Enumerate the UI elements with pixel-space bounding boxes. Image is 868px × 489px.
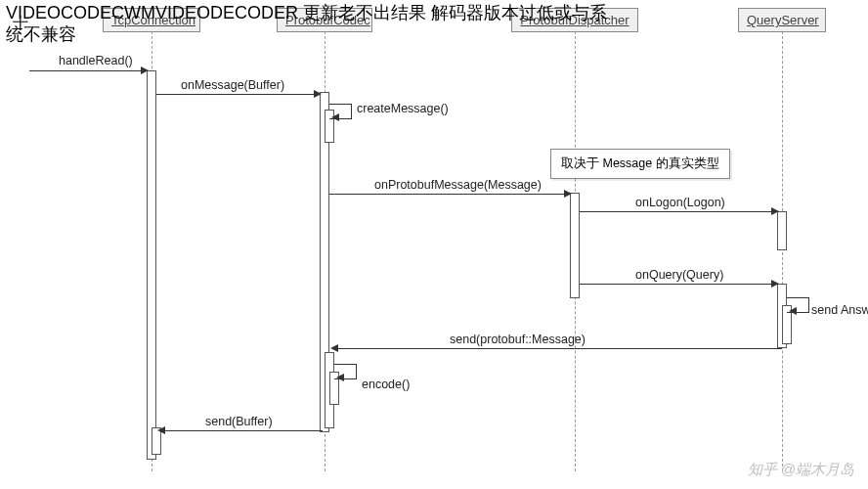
arrowhead-sendanswer [789,307,797,315]
decoder-error-line1: VIDEOCODECWMVIDEODECODER 更新老不出结果 解码器版本过低… [6,2,856,24]
arrow-onquery [580,284,775,285]
lifeline-queryserver [782,31,783,471]
msg-onquery: onQuery(Query) [635,268,723,282]
activation-queryserver-logon [777,211,787,250]
arrowhead-onmessage [314,90,322,98]
arrow-sendbuffer [161,430,323,431]
arrowhead-encode [336,374,344,381]
msg-onmessage: onMessage(Buffer) [181,78,284,92]
arrowhead-createmessage [331,113,339,121]
sequence-diagram: VIDEOCODECWMVIDEODECODER 更新老不出结果 解码器版本过低… [0,0,868,489]
arrowhead-handleread [141,67,149,74]
msg-createmessage: createMessage() [357,102,449,115]
msg-onprotobufmessage: onProtobufMessage(Message) [374,178,542,192]
msg-sendanswer: send Answer [811,303,868,317]
activation-tcpconnection [147,70,156,460]
watermark: 知乎 @端木月岛 [748,461,854,479]
msg-handleread: handleRead() [59,54,133,67]
activation-protobufdispatcher [570,193,580,298]
arrow-sendprotobuf [334,348,782,349]
arrow-handleread [29,70,145,71]
decoder-error-line2: 统不兼容 [6,23,76,46]
arrowhead-onquery [771,280,779,288]
arrow-onlogon [580,211,775,212]
note-message-type: 取决于 Message 的真实类型 [550,149,730,179]
msg-onlogon: onLogon(Logon) [635,196,725,209]
arrowhead-sendbuffer [157,426,165,434]
arrow-onmessage [156,94,318,95]
arrowhead-sendprotobuf [330,344,338,352]
arrowhead-onprotobufmessage [564,190,572,198]
arrowhead-onlogon [771,207,779,215]
msg-encode: encode() [362,378,410,391]
msg-sendbuffer: send(Buffer) [205,415,273,428]
msg-sendprotobuf: send(protobuf::Message) [450,333,586,346]
arrow-onprotobufmessage [329,194,568,195]
